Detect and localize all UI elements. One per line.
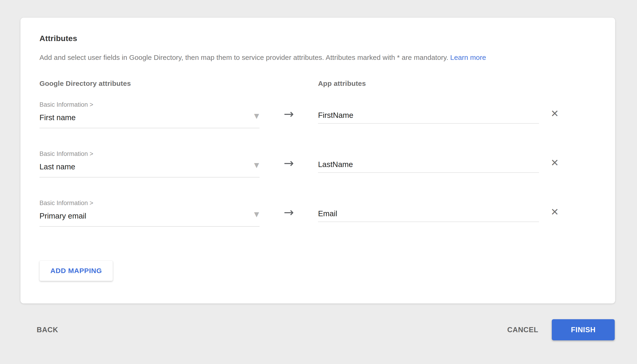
remove-cell: ✕ [539,199,581,217]
column-headers: Google Directory attributes App attribut… [40,80,615,88]
maps-to-arrow-icon: → [284,157,294,169]
mapping-row: Basic Information > Last name ▼ → ✕ [40,150,615,178]
remove-cell: ✕ [539,101,581,118]
mapping-rows: Basic Information > First name ▼ → ✕ Bas… [40,101,615,227]
description-text: Add and select user fields in Google Dir… [40,54,615,62]
app-attribute-input[interactable] [318,156,539,173]
app-attribute-input[interactable] [318,206,539,222]
directory-attribute-value: Last name [40,162,75,172]
description-body: Add and select user fields in Google Dir… [40,54,448,61]
app-attribute-cell [318,150,539,173]
directory-attribute-select[interactable]: First name ▼ [40,112,260,128]
cancel-button[interactable]: CANCEL [507,326,538,334]
footer-bar: BACK CANCEL FINISH [21,319,615,340]
directory-attribute-cell: Basic Information > First name ▼ [40,101,260,128]
arrow-cell: → [260,199,318,218]
footer-right-group: CANCEL FINISH [507,319,615,340]
arrow-cell: → [260,150,318,169]
app-attributes-column-header: App attributes [318,80,539,88]
learn-more-link[interactable]: Learn more [450,54,486,61]
directory-category-label: Basic Information > [40,199,260,207]
arrow-cell: → [260,101,318,120]
maps-to-arrow-icon: → [284,206,294,218]
remove-mapping-button[interactable]: ✕ [551,158,559,168]
dropdown-arrow-icon[interactable]: ▼ [254,161,259,169]
back-button[interactable]: BACK [37,326,58,334]
mapping-row: Basic Information > Primary email ▼ → ✕ [40,199,615,227]
directory-category-label: Basic Information > [40,150,260,158]
remove-mapping-button[interactable]: ✕ [551,207,559,217]
attributes-card: Attributes Add and select user fields in… [21,18,615,304]
app-attribute-input[interactable] [318,108,539,124]
mapping-row: Basic Information > First name ▼ → ✕ [40,101,615,128]
maps-to-arrow-icon: → [284,108,294,120]
app-attribute-cell [318,199,539,222]
directory-attribute-select[interactable]: Last name ▼ [40,161,260,178]
page-title: Attributes [40,34,615,43]
directory-category-label: Basic Information > [40,101,260,108]
directory-attribute-cell: Basic Information > Primary email ▼ [40,199,260,227]
dropdown-arrow-icon[interactable]: ▼ [254,210,259,218]
close-icon: ✕ [551,108,559,119]
close-icon: ✕ [551,206,559,218]
close-icon: ✕ [551,157,559,168]
directory-attribute-value: First name [40,113,76,122]
add-mapping-button[interactable]: ADD MAPPING [40,260,113,281]
remove-cell: ✕ [539,150,581,168]
directory-attribute-select[interactable]: Primary email ▼ [40,210,260,227]
google-directory-column-header: Google Directory attributes [40,80,260,88]
directory-attribute-value: Primary email [40,211,86,221]
dropdown-arrow-icon[interactable]: ▼ [254,112,259,120]
directory-attribute-cell: Basic Information > Last name ▼ [40,150,260,178]
app-attribute-cell [318,101,539,124]
remove-mapping-button[interactable]: ✕ [551,109,559,118]
finish-button[interactable]: FINISH [552,319,615,340]
